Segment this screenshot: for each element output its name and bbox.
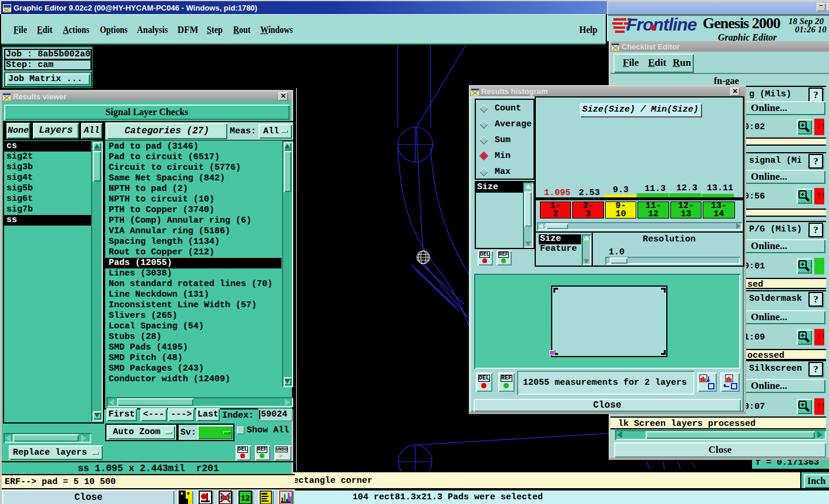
svg-text:12: 12 bbox=[241, 494, 250, 503]
